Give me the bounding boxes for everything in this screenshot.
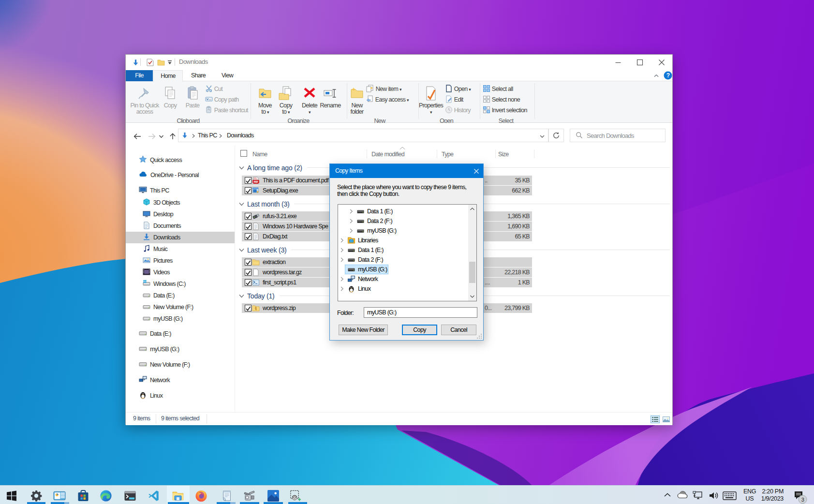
svg-text:?: ? (666, 72, 670, 79)
svg-text:3: 3 (801, 497, 804, 503)
svg-text:PDF: PDF (254, 180, 259, 183)
